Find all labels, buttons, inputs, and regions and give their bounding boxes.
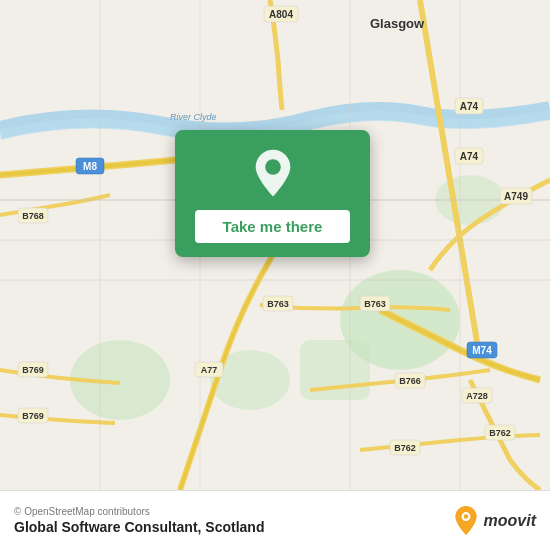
svg-text:Glasgow: Glasgow [370, 16, 425, 31]
svg-point-49 [463, 514, 467, 518]
map-container: Glasgow A804 M8 A74 A74 A749 M74 B763 B7… [0, 0, 550, 490]
svg-text:A804: A804 [269, 9, 293, 20]
svg-text:A74: A74 [460, 151, 479, 162]
location-name: Global Software Consultant, Scotland [14, 519, 264, 535]
svg-text:B766: B766 [399, 376, 421, 386]
map-attribution: © OpenStreetMap contributors [14, 506, 264, 517]
take-me-there-button[interactable]: Take me there [195, 210, 350, 243]
svg-text:B763: B763 [267, 299, 289, 309]
svg-text:M74: M74 [472, 345, 492, 356]
svg-text:A74: A74 [460, 101, 479, 112]
svg-text:A728: A728 [466, 391, 488, 401]
svg-text:B762: B762 [394, 443, 416, 453]
bottom-bar: © OpenStreetMap contributors Global Soft… [0, 490, 550, 550]
svg-text:B769: B769 [22, 365, 44, 375]
location-pin-icon [247, 148, 299, 200]
svg-text:River Clyde: River Clyde [170, 112, 217, 122]
svg-text:A749: A749 [504, 191, 528, 202]
moovit-pin-icon [452, 505, 480, 537]
moovit-logo: moovit [452, 505, 536, 537]
svg-text:A77: A77 [201, 365, 218, 375]
svg-text:B769: B769 [22, 411, 44, 421]
location-card: Take me there [175, 130, 370, 257]
svg-text:B762: B762 [489, 428, 511, 438]
svg-text:B768: B768 [22, 211, 44, 221]
svg-text:M8: M8 [83, 161, 97, 172]
svg-text:B763: B763 [364, 299, 386, 309]
moovit-brand-label: moovit [484, 512, 536, 530]
svg-point-47 [265, 159, 281, 175]
